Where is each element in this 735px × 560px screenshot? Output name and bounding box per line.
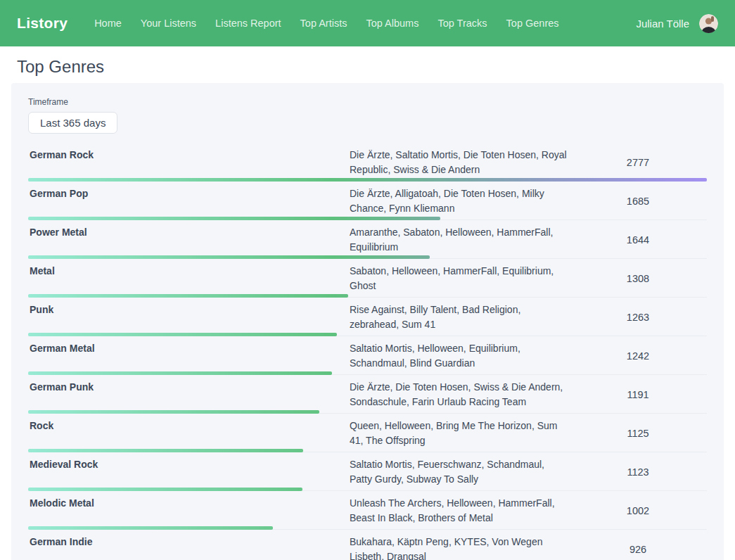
genre-listen-count: 1644 [569, 234, 707, 246]
table-row: Medieval RockSaltatio Mortis, Feuerschwa… [28, 452, 707, 491]
genre-name: Medieval Rock [28, 457, 350, 487]
genre-top-artists: Die Ärzte, Alligatoah, Die Toten Hosen, … [350, 186, 569, 216]
page-title: Top Genres [17, 57, 718, 77]
genre-listen-count: 1685 [569, 196, 707, 207]
genre-listen-count: 1002 [569, 505, 707, 516]
app-logo[interactable]: Listory [17, 15, 68, 32]
genre-top-artists: Rise Against, Billy Talent, Bad Religion… [350, 303, 569, 332]
genre-name: German Punk [28, 380, 350, 409]
genre-listen-count: 926 [569, 544, 707, 555]
genre-name: Melodic Metal [28, 496, 350, 526]
genre-top-artists: Queen, Helloween, Bring Me The Horizon, … [350, 419, 569, 448]
timeframe-label: Timeframe [28, 97, 707, 107]
genre-top-artists: Die Ärzte, Saltatio Mortis, Die Toten Ho… [350, 148, 569, 177]
table-row: MetalSabaton, Helloween, HammerFall, Equ… [28, 259, 707, 298]
genre-name: German Metal [28, 341, 350, 371]
genre-top-artists: Bukahara, Käptn Peng, KYTES, Von Wegen L… [350, 535, 569, 560]
app-header: Listory HomeYour ListensListens ReportTo… [0, 0, 735, 46]
genre-listen-count: 1308 [569, 273, 707, 284]
genre-name: Metal [28, 264, 350, 293]
genre-name: German Pop [28, 186, 350, 216]
table-row: PunkRise Against, Billy Talent, Bad Reli… [28, 298, 707, 336]
nav-item-top-genres[interactable]: Top Genres [506, 18, 559, 29]
table-row: German IndieBukahara, Käptn Peng, KYTES,… [28, 530, 707, 560]
genre-listen-count: 1242 [569, 350, 707, 362]
table-row: German RockDie Ärzte, Saltatio Mortis, D… [28, 143, 707, 182]
nav-item-listens-report[interactable]: Listens Report [215, 18, 281, 29]
table-row: German PopDie Ärzte, Alligatoah, Die Tot… [28, 182, 707, 220]
table-row: Melodic MetalUnleash The Archers, Hellow… [28, 491, 707, 530]
table-row: Power MetalAmaranthe, Sabaton, Helloween… [28, 220, 707, 259]
genre-name: German Indie [28, 535, 350, 560]
nav-item-your-listens[interactable]: Your Listens [141, 18, 196, 29]
header-user-area: Julian Tölle [636, 14, 718, 33]
table-row: RockQueen, Helloween, Bring Me The Horiz… [28, 414, 707, 452]
nav-item-top-tracks[interactable]: Top Tracks [437, 18, 487, 29]
avatar-photo [699, 14, 718, 33]
avatar[interactable] [699, 14, 718, 33]
user-name: Julian Tölle [636, 18, 689, 30]
genre-listen-count: 2777 [569, 157, 707, 168]
genre-table: German RockDie Ärzte, Saltatio Mortis, D… [28, 143, 707, 560]
genre-top-artists: Saltatio Mortis, Helloween, Equilibrium,… [350, 341, 569, 371]
nav-item-top-albums[interactable]: Top Albums [366, 18, 418, 29]
genre-name: Punk [28, 303, 350, 332]
genre-top-artists: Die Ärzte, Die Toten Hosen, Swiss & Die … [350, 380, 569, 409]
genre-listen-count: 1123 [569, 466, 707, 478]
timeframe-select[interactable]: Last 365 days [28, 112, 117, 134]
genre-top-artists: Amaranthe, Sabaton, Helloween, HammerFal… [350, 225, 569, 255]
genre-top-artists: Saltatio Mortis, Feuerschwanz, Schandmau… [350, 457, 569, 487]
nav-item-top-artists[interactable]: Top Artists [300, 18, 347, 29]
genre-listen-count: 1263 [569, 312, 707, 323]
main-content: Top Genres Timeframe Last 365 days Germa… [0, 57, 735, 560]
genre-name: Power Metal [28, 225, 350, 255]
genre-listen-count: 1191 [569, 389, 707, 400]
top-genres-card: Timeframe Last 365 days German RockDie Ä… [11, 83, 724, 560]
genre-listen-count: 1125 [569, 428, 707, 439]
main-nav: HomeYour ListensListens ReportTop Artist… [94, 18, 558, 29]
nav-item-home[interactable]: Home [94, 18, 122, 29]
timeframe-block: Timeframe Last 365 days [28, 97, 707, 134]
genre-top-artists: Unleash The Archers, Helloween, HammerFa… [350, 496, 569, 526]
genre-name: German Rock [28, 148, 350, 177]
table-row: German MetalSaltatio Mortis, Helloween, … [28, 336, 707, 375]
genre-top-artists: Sabaton, Helloween, HammerFall, Equilibr… [350, 264, 569, 293]
table-row: German PunkDie Ärzte, Die Toten Hosen, S… [28, 375, 707, 414]
genre-name: Rock [28, 419, 350, 448]
